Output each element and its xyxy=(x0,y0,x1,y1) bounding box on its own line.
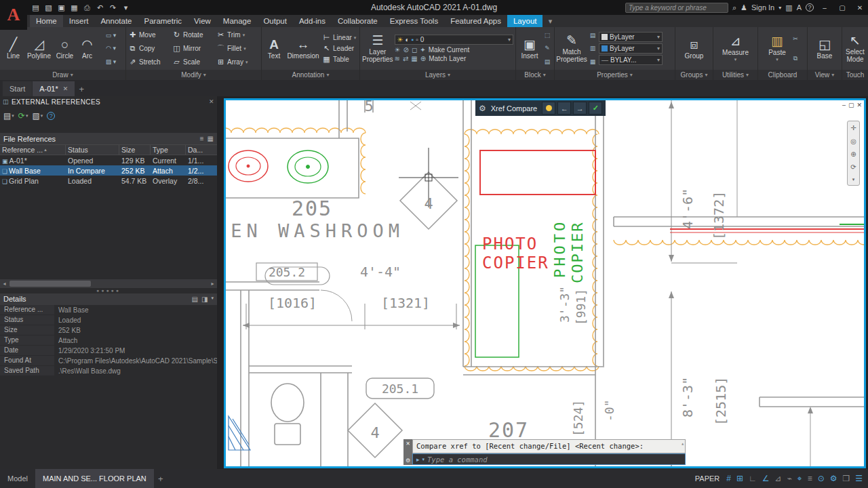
help-icon[interactable]: ? xyxy=(806,3,814,12)
table-button[interactable]: ▦Table xyxy=(322,55,356,64)
vp-close-icon[interactable]: ✕ xyxy=(856,102,862,108)
layer-properties-button[interactable]: ☰Layer Properties xyxy=(362,34,393,63)
details-view-icon[interactable]: ▤ xyxy=(192,296,198,303)
tab-home[interactable]: Home xyxy=(30,15,63,27)
polyline-button[interactable]: ◿Polyline xyxy=(26,38,52,60)
prop-tool-icon-3[interactable]: ▦ xyxy=(588,58,597,65)
restore-button[interactable]: ▢ xyxy=(835,4,849,12)
zoom-extents-icon[interactable]: ⊕ xyxy=(850,150,856,158)
command-recent-dropdown-icon[interactable]: ▾ xyxy=(422,457,425,462)
next-change-button[interactable]: → xyxy=(573,102,587,115)
select-mode-button[interactable]: ↖Select Mode xyxy=(844,34,866,63)
make-current-button[interactable]: ☀⊘◻✦ Make Current xyxy=(395,46,513,54)
copy-button[interactable]: ⧉Copy xyxy=(128,44,171,53)
col-status[interactable]: Status xyxy=(66,145,119,155)
undo-icon[interactable]: ↶ xyxy=(94,3,106,12)
panel-label-annotation[interactable]: Annotation▾ xyxy=(262,70,359,80)
panel-label-view[interactable]: View▾ xyxy=(808,70,842,80)
tab-parametric[interactable]: Parametric xyxy=(138,15,189,27)
cut-icon[interactable]: ✂ xyxy=(791,35,800,42)
array-button[interactable]: ⊞Array▾ xyxy=(216,58,259,66)
vp-minimize-icon[interactable]: – xyxy=(842,102,846,108)
xref-highlight-bulb-button[interactable] xyxy=(542,102,555,115)
osnap-icon[interactable]: ⌖ xyxy=(797,474,802,483)
panel-label-utilities[interactable]: Utilities▾ xyxy=(713,70,757,80)
close-button[interactable]: ✕ xyxy=(853,4,867,12)
circle-button[interactable]: ○Circle xyxy=(54,38,76,60)
palette-close-icon[interactable]: ✕ xyxy=(209,98,214,105)
command-customize-icon[interactable]: ⚙ xyxy=(406,458,410,464)
full-nav-wheel-icon[interactable]: ✛ xyxy=(850,124,856,131)
polar-tracking-icon[interactable]: ∠ xyxy=(762,474,770,483)
xref-horizontal-scrollbar[interactable]: ◂ ▸ xyxy=(0,279,217,288)
customization-icon[interactable]: ☰ xyxy=(855,474,863,483)
tab-layout-context[interactable]: Layout xyxy=(507,15,543,27)
details-dropdown-icon[interactable]: ▾ xyxy=(211,296,214,303)
prop-tool-icon-1[interactable]: ▤ xyxy=(588,32,597,39)
close-tab-icon[interactable]: ✕ xyxy=(63,85,68,92)
tab-addins[interactable]: Add-ins xyxy=(293,15,332,27)
scroll-right-icon[interactable]: ▸ xyxy=(208,281,217,287)
panel-label-layers[interactable]: Layers▾ xyxy=(360,70,515,80)
xref-row-grid-plan[interactable]: ❏Grid Plan Loaded 54.7 KB Overlay 2/8... xyxy=(0,176,217,186)
palette-help-icon[interactable]: ? xyxy=(47,112,55,120)
save-as-icon[interactable]: ▦ xyxy=(68,3,80,12)
lineweight-icon[interactable]: ≡ xyxy=(808,474,812,483)
xref-row-wall-base[interactable]: ❏Wall Base In Compare 252 KB Attach 1/2.… xyxy=(0,165,217,176)
trim-button[interactable]: ✂Trim▾ xyxy=(216,30,259,39)
vp-restore-icon[interactable]: ▢ xyxy=(848,102,854,108)
tab-collaborate[interactable]: Collaborate xyxy=(332,15,384,27)
stretch-button[interactable]: ⇗Stretch xyxy=(128,58,171,66)
change-path-button[interactable]: ▧▾ xyxy=(32,111,43,121)
scroll-left-icon[interactable]: ◂ xyxy=(0,281,9,287)
new-file-icon[interactable]: ▤ xyxy=(30,3,41,12)
rectangle-tool-icon[interactable]: ▭ ▾ xyxy=(98,32,123,39)
search-input[interactable] xyxy=(625,3,728,13)
paste-button[interactable]: ▥Paste▾ xyxy=(765,35,789,62)
block-attr-icon[interactable]: ▤ xyxy=(542,58,552,65)
autocad-logo-icon[interactable]: A xyxy=(0,0,27,30)
mirror-button[interactable]: ◫Mirror xyxy=(172,44,215,53)
minimize-button[interactable]: – xyxy=(818,4,831,12)
tab-manage[interactable]: Manage xyxy=(217,15,258,27)
col-date[interactable]: Da... xyxy=(186,145,217,155)
autodesk-app-icon[interactable]: A xyxy=(797,3,802,12)
scrollbar-thumb[interactable] xyxy=(9,281,91,287)
autotrack-icon[interactable]: ⌁ xyxy=(787,474,792,483)
clean-screen-icon[interactable]: ❒ xyxy=(842,474,850,483)
layer-combo[interactable]: ☀ ◐ ▪ ▫ 0 ▾ xyxy=(395,35,513,45)
file-tab-a01[interactable]: A-01*✕ xyxy=(33,81,75,96)
new-layout-button[interactable]: + xyxy=(154,469,167,488)
tab-view[interactable]: View xyxy=(188,15,217,27)
tab-featured-apps[interactable]: Featured Apps xyxy=(444,15,507,27)
ellipse-tool-icon[interactable]: ◠ ▾ xyxy=(98,45,123,52)
match-layer-button[interactable]: ≋⇄▦⊕ Match Layer xyxy=(395,55,513,62)
redo-icon[interactable]: ↷ xyxy=(107,3,119,12)
base-button[interactable]: ◱Base xyxy=(813,38,836,60)
object-color-combo[interactable]: ByLayer▾ xyxy=(599,32,663,42)
xref-row-a01[interactable]: ▣A-01* Opened 129 KB Current 1/1... xyxy=(0,155,217,165)
isodraft-icon[interactable]: ⊿ xyxy=(775,474,782,483)
linetype-combo[interactable]: ByLayer▾ xyxy=(599,43,663,54)
tab-output[interactable]: Output xyxy=(257,15,293,27)
snap-icon[interactable]: ⊞ xyxy=(736,474,743,483)
insert-button[interactable]: ▣Insert xyxy=(518,38,541,60)
prop-tool-icon-2[interactable]: ▥ xyxy=(588,45,597,52)
list-view-icon[interactable]: ≡ xyxy=(200,135,204,142)
panel-label-block[interactable]: Block▾ xyxy=(516,70,554,80)
arc-button[interactable]: ◠Arc xyxy=(77,38,97,60)
palette-splitter[interactable]: ●●●●● xyxy=(0,288,217,293)
finish-compare-button[interactable]: ✓ xyxy=(589,102,602,115)
command-input[interactable] xyxy=(427,455,682,464)
signin-dropdown-icon[interactable]: ▾ xyxy=(778,5,781,11)
dimension-button[interactable]: ↔Dimension xyxy=(285,38,321,60)
edit-block-icon[interactable]: ✎ xyxy=(542,45,552,52)
panel-label-draw[interactable]: Draw▾ xyxy=(0,70,125,80)
orbit-icon[interactable]: ⟳ xyxy=(850,163,856,171)
ortho-icon[interactable]: ∟ xyxy=(749,474,757,483)
match-properties-button[interactable]: ✎Match Properties xyxy=(557,34,587,63)
tab-annotate[interactable]: Annotate xyxy=(94,15,138,27)
tree-view-icon[interactable]: ▦ xyxy=(208,135,214,142)
model-tab[interactable]: Model xyxy=(0,469,35,488)
drawing-canvas[interactable]: 5 205 MEN WASHROOM 205.2 [1016] 4'-4" [1… xyxy=(226,100,864,466)
